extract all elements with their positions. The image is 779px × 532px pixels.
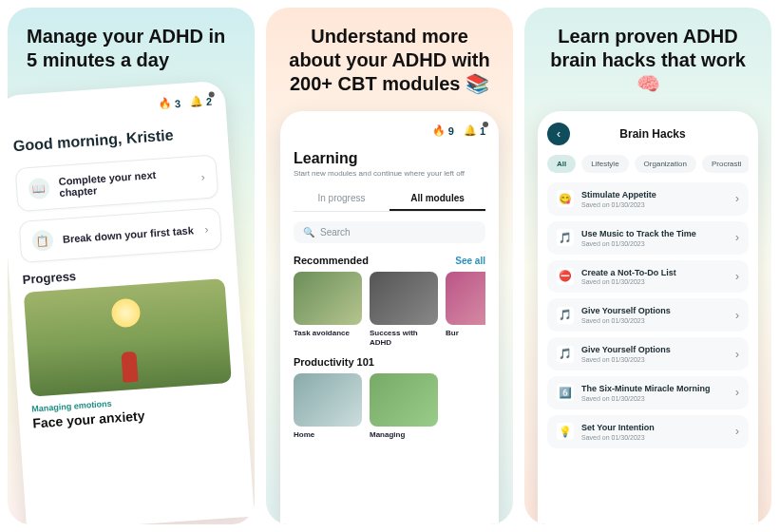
module-card[interactable]: Task avoidance <box>294 272 362 347</box>
hack-title: Use Music to Track the Time <box>581 229 728 239</box>
hack-saved: Saved on 01/30/2023 <box>581 395 728 402</box>
breakdown-icon: 📋 <box>31 230 53 252</box>
search-input[interactable]: 🔍 Search <box>294 221 485 243</box>
chip-all[interactable]: All <box>547 155 576 173</box>
notifications-button[interactable]: 🔔1 <box>464 124 485 137</box>
tab-in-progress[interactable]: In progress <box>294 187 390 211</box>
hack-content: Use Music to Track the TimeSaved on 01/3… <box>581 229 728 247</box>
chevron-right-icon: › <box>735 192 739 205</box>
hack-saved: Saved on 01/30/2023 <box>581 278 728 285</box>
streak-indicator[interactable]: 🔥9 <box>432 124 454 137</box>
chip-organization[interactable]: Organization <box>635 155 696 173</box>
streak-count: 3 <box>175 97 181 108</box>
nav-bar: ‹ Brain Hacks <box>547 123 749 145</box>
phone-mock-3: ‹ Brain Hacks All Lifestyle Organization… <box>538 111 758 524</box>
page-title: Learning <box>294 150 485 167</box>
promo-panel-2: Understand more about your ADHD with 200… <box>266 8 513 524</box>
filter-chips: All Lifestyle Organization Procrasti <box>547 155 749 173</box>
phone-mock-1: 🔥3 🔔2 Good morning, Kristie 📖 Complete y… <box>8 81 255 524</box>
hack-content: Create a Not-To-Do ListSaved on 01/30/20… <box>581 268 728 286</box>
chevron-right-icon: › <box>735 348 739 361</box>
list-item[interactable]: 🎵Use Music to Track the TimeSaved on 01/… <box>547 221 749 255</box>
hack-icon: 🎵 <box>557 307 574 324</box>
hack-title: Create a Not-To-Do List <box>581 268 728 278</box>
hack-icon: ⛔ <box>557 268 574 285</box>
chip-procrastination[interactable]: Procrasti <box>702 155 749 173</box>
promo-panel-1: Manage your ADHD in 5 minutes a day 🔥3 🔔… <box>8 8 255 524</box>
headline-1: Manage your ADHD in 5 minutes a day <box>19 25 243 72</box>
list-item[interactable]: 😋Stimulate AppetiteSaved on 01/30/2023› <box>547 182 749 216</box>
progress-card-image[interactable] <box>24 278 232 397</box>
hack-icon: 💡 <box>557 423 574 440</box>
sun-icon <box>110 297 141 328</box>
chip-lifestyle[interactable]: Lifestyle <box>581 155 628 173</box>
streak-count: 9 <box>448 125 454 137</box>
hack-icon: 6️⃣ <box>557 384 574 401</box>
module-image <box>370 373 438 427</box>
task-card-next-chapter[interactable]: 📖 Complete your next chapter › <box>15 154 219 212</box>
productivity-label: Productivity 101 <box>294 356 374 368</box>
hack-title: Set Your Intention <box>581 423 728 433</box>
hack-saved: Saved on 01/30/2023 <box>581 240 728 247</box>
module-title: Success with ADHD <box>370 329 438 347</box>
productivity-cards: Home Managing <box>294 373 485 440</box>
hack-content: Give Yourself OptionsSaved on 01/30/2023 <box>581 345 728 363</box>
streak-indicator[interactable]: 🔥3 <box>159 97 181 111</box>
module-image <box>294 272 362 325</box>
hack-saved: Saved on 01/30/2023 <box>581 201 728 208</box>
notif-dot-icon <box>208 91 214 97</box>
tabs: In progress All modules <box>294 187 485 212</box>
status-icons: 🔥9 🔔1 <box>294 124 485 137</box>
chevron-right-icon: › <box>204 222 209 236</box>
module-card[interactable]: Success with ADHD <box>370 272 438 347</box>
module-image <box>370 272 438 325</box>
list-item[interactable]: 🎵Give Yourself OptionsSaved on 01/30/202… <box>547 298 749 332</box>
task-label: Complete your next chapter <box>58 166 192 199</box>
chapter-icon: 📖 <box>28 178 49 200</box>
hack-content: Set Your IntentionSaved on 01/30/2023 <box>581 423 728 441</box>
notifications-button[interactable]: 🔔2 <box>190 95 213 109</box>
hack-icon: 🎵 <box>557 346 574 363</box>
tab-all-modules[interactable]: All modules <box>390 187 485 211</box>
module-card[interactable]: Bur <box>446 272 485 347</box>
chevron-right-icon: › <box>735 309 739 322</box>
see-all-link[interactable]: See all <box>455 256 485 266</box>
page-subtitle: Start new modules and continue where you… <box>294 169 485 178</box>
module-title: Managing <box>370 430 438 440</box>
hack-saved: Saved on 01/30/2023 <box>581 356 728 363</box>
module-card[interactable]: Managing <box>370 373 438 440</box>
headline-2: Understand more about your ADHD with 200… <box>277 25 502 96</box>
module-card[interactable]: Home <box>294 373 362 440</box>
status-icons: 🔥3 🔔2 <box>10 95 212 122</box>
chevron-right-icon: › <box>735 231 739 244</box>
recommended-label: Recommended <box>294 255 369 266</box>
notif-dot-icon <box>483 122 488 127</box>
person-icon <box>121 352 138 383</box>
hack-content: Give Yourself OptionsSaved on 01/30/2023 <box>581 306 728 324</box>
list-item[interactable]: ⛔Create a Not-To-Do ListSaved on 01/30/2… <box>547 260 749 294</box>
recommended-header: Recommended See all <box>294 255 485 266</box>
productivity-header: Productivity 101 <box>294 356 485 368</box>
task-card-breakdown[interactable]: 📋 Break down your first task › <box>19 207 223 263</box>
hack-title: The Six-Minute Miracle Morning <box>581 384 728 394</box>
greeting-text: Good morning, Kristie <box>12 124 215 155</box>
hack-title: Give Yourself Options <box>581 345 728 355</box>
list-item[interactable]: 🎵Give Yourself OptionsSaved on 01/30/202… <box>547 337 749 370</box>
module-image <box>294 373 362 427</box>
recommended-cards: Task avoidance Success with ADHD Bur <box>294 272 485 347</box>
hack-content: Stimulate AppetiteSaved on 01/30/2023 <box>581 190 728 208</box>
nav-title: Brain Hacks <box>557 127 749 141</box>
search-placeholder: Search <box>320 227 351 238</box>
hack-content: The Six-Minute Miracle MorningSaved on 0… <box>581 384 728 402</box>
module-image <box>446 272 485 325</box>
list-item[interactable]: 6️⃣The Six-Minute Miracle MorningSaved o… <box>547 376 749 409</box>
list-item[interactable]: 💡Set Your IntentionSaved on 01/30/2023› <box>547 415 749 448</box>
module-title: Task avoidance <box>294 329 362 338</box>
phone-mock-2: 🔥9 🔔1 Learning Start new modules and con… <box>280 111 499 524</box>
chevron-right-icon: › <box>735 386 739 399</box>
hack-title: Give Yourself Options <box>581 306 728 316</box>
hack-icon: 🎵 <box>557 229 574 246</box>
hack-list: 😋Stimulate AppetiteSaved on 01/30/2023› … <box>547 182 749 448</box>
module-title: Home <box>294 430 362 440</box>
task-label: Break down your first task <box>63 224 196 245</box>
